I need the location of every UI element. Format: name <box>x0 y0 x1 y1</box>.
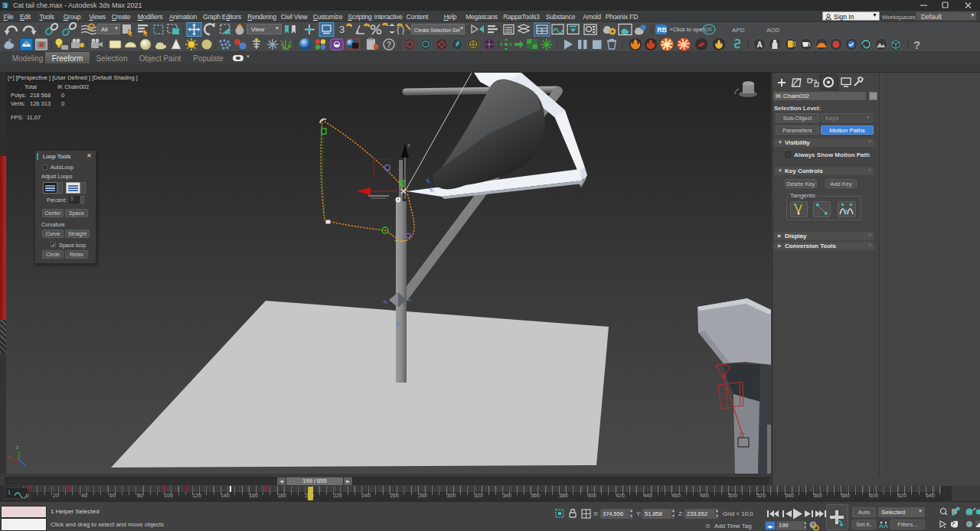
svg-text:3: 3 <box>339 24 345 35</box>
svg-text:z: z <box>407 142 410 148</box>
svg-text:?: ? <box>387 41 391 49</box>
svg-text:{ }: { } <box>397 25 405 34</box>
svg-text:QR: QR <box>704 27 713 33</box>
svg-text:RB: RB <box>658 26 667 34</box>
svg-text:AOD: AOD <box>766 27 780 34</box>
svg-text:?: ? <box>913 38 920 51</box>
svg-text:+Click to open: +Click to open <box>669 26 706 33</box>
svg-text:y: y <box>8 454 11 460</box>
svg-text:A: A <box>757 41 763 49</box>
svg-text:APD: APD <box>732 27 745 34</box>
svg-text:z: z <box>16 445 19 450</box>
